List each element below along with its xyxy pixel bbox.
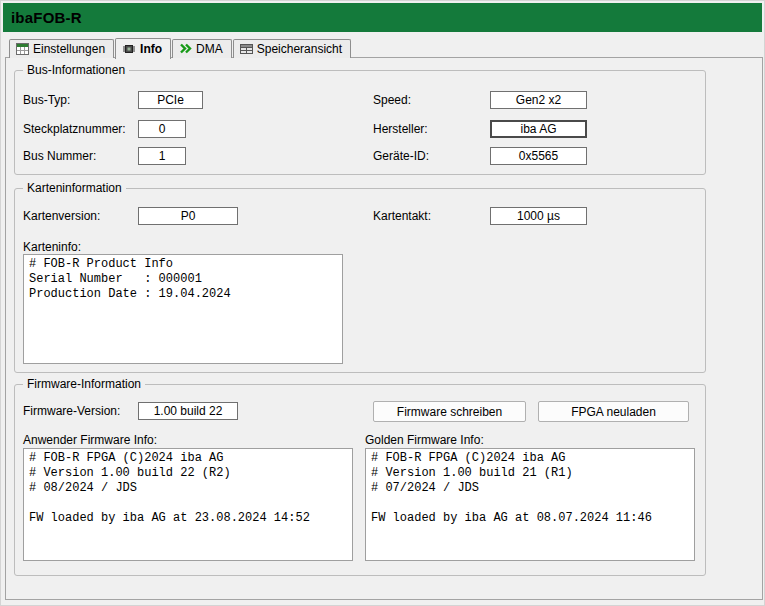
tab-info[interactable]: Info [115,38,171,59]
window-title: ibaFOB-R [3,9,82,26]
bus-typ-field[interactable]: PCIe [138,91,203,109]
steckplatznummer-field[interactable]: 0 [138,120,186,138]
kartenversion-field[interactable]: P0 [138,207,238,225]
kartenversion-label: Kartenversion: [23,209,100,223]
dma-double-arrow-icon [179,43,192,54]
tab-label-info: Info [140,42,162,56]
speed-label: Speed: [373,93,411,107]
kartentakt-label: Kartentakt: [373,209,431,223]
karteninfo-textarea[interactable]: # FOB-R Product Info Serial Number : 000… [23,254,343,364]
golden-firmware-label: Golden Firmware Info: [365,433,484,447]
info-tab-panel: Bus-Informationen Bus-Typ: PCIe Steckpla… [5,57,763,600]
speed-field[interactable]: Gen2 x2 [490,91,587,109]
memory-view-icon [240,43,253,55]
group-karteninformation: Karteninformation Kartenversion: P0 Kart… [14,188,706,373]
anwender-firmware-textarea[interactable]: # FOB-R FPGA (C)2024 iba AG # Version 1.… [23,448,353,561]
fpga-neuladen-button[interactable]: FPGA neuladen [538,401,689,422]
firmware-version-label: Firmware-Version: [23,404,120,418]
hersteller-label: Hersteller: [373,122,428,136]
golden-firmware-textarea[interactable]: # FOB-R FPGA (C)2024 iba AG # Version 1.… [365,448,695,561]
tab-einstellungen[interactable]: Einstellungen [9,39,114,58]
kartentakt-field[interactable]: 1000 µs [490,207,587,225]
group-title-bus: Bus-Informationen [23,63,129,77]
bus-nummer-label: Bus Nummer: [23,149,96,163]
steckplatznummer-label: Steckplatznummer: [23,122,126,136]
geraete-id-label: Geräte-ID: [373,149,429,163]
firmware-version-field[interactable]: 1.00 build 22 [138,402,238,420]
chip-icon [122,43,136,55]
tab-label-einstellungen: Einstellungen [33,42,105,56]
bus-nummer-field[interactable]: 1 [138,147,186,165]
window-title-bar: ibaFOB-R [3,3,762,32]
group-bus-informationen: Bus-Informationen Bus-Typ: PCIe Steckpla… [14,70,706,175]
tab-label-speicheransicht: Speicheransicht [257,42,342,56]
bus-typ-label: Bus-Typ: [23,93,70,107]
tab-speicheransicht[interactable]: Speicheransicht [233,39,351,58]
tab-label-dma: DMA [196,42,223,56]
ibafob-dialog-window: ibaFOB-R Einstellungen Info [0,0,765,606]
karteninfo-label: Karteninfo: [23,240,81,254]
tab-strip: Einstellungen Info DMA [5,37,352,58]
anwender-firmware-label: Anwender Firmware Info: [23,433,157,447]
hersteller-field[interactable]: iba AG [490,120,587,138]
firmware-schreiben-button[interactable]: Firmware schreiben [373,401,526,422]
tab-dma[interactable]: DMA [172,39,232,58]
group-firmware-information: Firmware-Information Firmware-Version: 1… [14,384,706,576]
geraete-id-field[interactable]: 0x5565 [490,147,587,165]
group-title-karte: Karteninformation [23,181,126,195]
settings-grid-icon [16,43,29,55]
group-title-firmware: Firmware-Information [23,377,145,391]
